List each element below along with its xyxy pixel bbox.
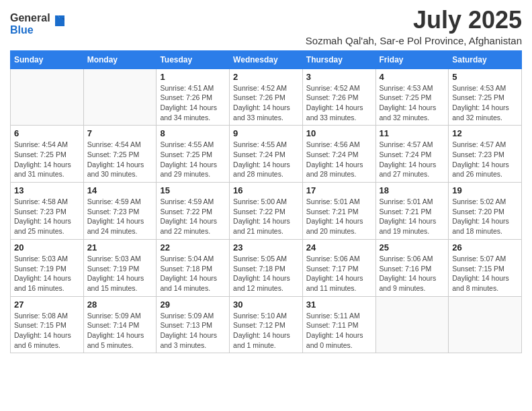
day-info: Sunrise: 4:53 AMSunset: 7:25 PMDaylight:…	[380, 83, 445, 123]
day-number: 1	[160, 72, 226, 82]
calendar-cell: 13Sunrise: 4:58 AMSunset: 7:23 PMDayligh…	[11, 183, 84, 240]
month-title: July 2025	[306, 7, 522, 34]
day-info: Sunrise: 5:00 AMSunset: 7:22 PMDaylight:…	[233, 197, 299, 236]
calendar-week-4: 20Sunrise: 5:03 AMSunset: 7:19 PMDayligh…	[11, 239, 522, 296]
calendar-cell: 14Sunrise: 4:59 AMSunset: 7:23 PMDayligh…	[83, 183, 157, 240]
logo-general: General	[10, 12, 50, 24]
calendar-cell: 4Sunrise: 4:53 AMSunset: 7:25 PMDaylight…	[375, 68, 449, 126]
calendar-cell: 27Sunrise: 5:08 AMSunset: 7:15 PMDayligh…	[11, 296, 84, 353]
calendar-week-5: 27Sunrise: 5:08 AMSunset: 7:15 PMDayligh…	[11, 296, 522, 353]
day-info: Sunrise: 5:05 AMSunset: 7:18 PMDaylight:…	[233, 254, 299, 293]
calendar-cell: 18Sunrise: 5:01 AMSunset: 7:21 PMDayligh…	[375, 183, 449, 240]
col-friday: Friday	[375, 50, 449, 68]
day-info: Sunrise: 5:09 AMSunset: 7:14 PMDaylight:…	[87, 311, 153, 351]
day-number: 25	[380, 242, 445, 253]
calendar-cell: 7Sunrise: 4:54 AMSunset: 7:25 PMDaylight…	[83, 126, 157, 183]
day-info: Sunrise: 4:57 AMSunset: 7:24 PMDaylight:…	[380, 140, 445, 179]
day-number: 15	[160, 185, 226, 195]
day-number: 4	[380, 72, 445, 82]
calendar-cell	[449, 296, 522, 353]
day-info: Sunrise: 5:03 AMSunset: 7:19 PMDaylight:…	[14, 254, 80, 293]
calendar-cell: 8Sunrise: 4:55 AMSunset: 7:25 PMDaylight…	[157, 126, 230, 183]
day-number: 21	[87, 242, 153, 253]
calendar-cell: 29Sunrise: 5:09 AMSunset: 7:13 PMDayligh…	[157, 296, 230, 353]
calendar-cell: 6Sunrise: 4:54 AMSunset: 7:25 PMDaylight…	[11, 126, 84, 183]
calendar-cell: 26Sunrise: 5:07 AMSunset: 7:15 PMDayligh…	[449, 239, 522, 296]
day-info: Sunrise: 5:11 AMSunset: 7:11 PMDaylight:…	[306, 311, 372, 351]
col-wednesday: Wednesday	[230, 50, 303, 68]
day-info: Sunrise: 5:08 AMSunset: 7:15 PMDaylight:…	[14, 311, 80, 351]
day-number: 3	[306, 72, 372, 82]
day-info: Sunrise: 4:55 AMSunset: 7:25 PMDaylight:…	[160, 140, 226, 179]
day-info: Sunrise: 5:07 AMSunset: 7:15 PMDaylight:…	[452, 254, 518, 293]
day-number: 19	[452, 185, 518, 195]
day-info: Sunrise: 5:09 AMSunset: 7:13 PMDaylight:…	[160, 311, 226, 351]
day-info: Sunrise: 4:56 AMSunset: 7:24 PMDaylight:…	[306, 140, 372, 179]
day-number: 28	[87, 300, 153, 310]
calendar-cell: 2Sunrise: 4:52 AMSunset: 7:26 PMDaylight…	[230, 68, 303, 126]
day-number: 12	[452, 128, 518, 138]
calendar-week-1: 1Sunrise: 4:51 AMSunset: 7:26 PMDaylight…	[11, 68, 522, 126]
calendar-cell: 21Sunrise: 5:03 AMSunset: 7:19 PMDayligh…	[83, 239, 157, 296]
calendar-cell: 3Sunrise: 4:52 AMSunset: 7:26 PMDaylight…	[302, 68, 375, 126]
day-number: 8	[160, 128, 226, 138]
calendar-table: Sunday Monday Tuesday Wednesday Thursday…	[10, 50, 522, 354]
calendar-cell: 15Sunrise: 4:59 AMSunset: 7:22 PMDayligh…	[157, 183, 230, 240]
calendar-cell: 10Sunrise: 4:56 AMSunset: 7:24 PMDayligh…	[302, 126, 375, 183]
calendar-cell: 24Sunrise: 5:06 AMSunset: 7:17 PMDayligh…	[302, 239, 375, 296]
day-info: Sunrise: 4:57 AMSunset: 7:23 PMDaylight:…	[452, 140, 518, 179]
calendar-week-2: 6Sunrise: 4:54 AMSunset: 7:25 PMDaylight…	[11, 126, 522, 183]
col-monday: Monday	[83, 50, 157, 68]
day-number: 26	[452, 242, 518, 253]
day-number: 10	[306, 128, 372, 138]
day-info: Sunrise: 4:54 AMSunset: 7:25 PMDaylight:…	[87, 140, 153, 179]
day-info: Sunrise: 5:02 AMSunset: 7:20 PMDaylight:…	[452, 197, 518, 236]
calendar-cell: 22Sunrise: 5:04 AMSunset: 7:18 PMDayligh…	[157, 239, 230, 296]
day-number: 6	[14, 128, 80, 138]
logo-icon	[52, 14, 67, 29]
logo-blue: Blue	[10, 24, 34, 36]
day-info: Sunrise: 5:10 AMSunset: 7:12 PMDaylight:…	[233, 311, 299, 351]
day-number: 30	[233, 300, 299, 310]
calendar-cell: 11Sunrise: 4:57 AMSunset: 7:24 PMDayligh…	[375, 126, 449, 183]
day-number: 29	[160, 300, 226, 310]
calendar-cell	[83, 68, 157, 126]
day-info: Sunrise: 5:04 AMSunset: 7:18 PMDaylight:…	[160, 254, 226, 293]
location-subtitle: Sozmah Qal'ah, Sar-e Pol Province, Afgha…	[306, 35, 522, 46]
col-sunday: Sunday	[11, 50, 84, 68]
day-number: 23	[233, 242, 299, 253]
day-info: Sunrise: 5:06 AMSunset: 7:16 PMDaylight:…	[380, 254, 445, 293]
day-info: Sunrise: 4:52 AMSunset: 7:26 PMDaylight:…	[306, 83, 372, 123]
day-info: Sunrise: 4:59 AMSunset: 7:23 PMDaylight:…	[87, 197, 153, 236]
day-number: 27	[14, 300, 80, 310]
day-number: 17	[306, 185, 372, 195]
logo-text: General Blue	[10, 12, 67, 36]
calendar-cell: 28Sunrise: 5:09 AMSunset: 7:14 PMDayligh…	[83, 296, 157, 353]
day-number: 20	[14, 242, 80, 253]
day-number: 9	[233, 128, 299, 138]
day-number: 18	[380, 185, 445, 195]
calendar-cell	[375, 296, 449, 353]
day-info: Sunrise: 5:01 AMSunset: 7:21 PMDaylight:…	[380, 197, 445, 236]
calendar-cell: 23Sunrise: 5:05 AMSunset: 7:18 PMDayligh…	[230, 239, 303, 296]
day-info: Sunrise: 4:53 AMSunset: 7:25 PMDaylight:…	[452, 83, 518, 123]
day-info: Sunrise: 4:55 AMSunset: 7:24 PMDaylight:…	[233, 140, 299, 179]
day-number: 7	[87, 128, 153, 138]
calendar-cell: 20Sunrise: 5:03 AMSunset: 7:19 PMDayligh…	[11, 239, 84, 296]
day-info: Sunrise: 4:58 AMSunset: 7:23 PMDaylight:…	[14, 197, 80, 236]
col-thursday: Thursday	[302, 50, 375, 68]
col-saturday: Saturday	[449, 50, 522, 68]
day-number: 22	[160, 242, 226, 253]
day-info: Sunrise: 5:01 AMSunset: 7:21 PMDaylight:…	[306, 197, 372, 236]
day-number: 14	[87, 185, 153, 195]
logo: General Blue	[10, 12, 67, 36]
day-number: 2	[233, 72, 299, 82]
calendar-cell	[11, 68, 84, 126]
day-number: 11	[380, 128, 445, 138]
calendar-cell: 19Sunrise: 5:02 AMSunset: 7:20 PMDayligh…	[449, 183, 522, 240]
calendar-header-row: Sunday Monday Tuesday Wednesday Thursday…	[11, 50, 522, 68]
calendar-cell: 12Sunrise: 4:57 AMSunset: 7:23 PMDayligh…	[449, 126, 522, 183]
day-number: 16	[233, 185, 299, 195]
calendar-cell: 1Sunrise: 4:51 AMSunset: 7:26 PMDaylight…	[157, 68, 230, 126]
title-section: July 2025 Sozmah Qal'ah, Sar-e Pol Provi…	[306, 7, 522, 46]
